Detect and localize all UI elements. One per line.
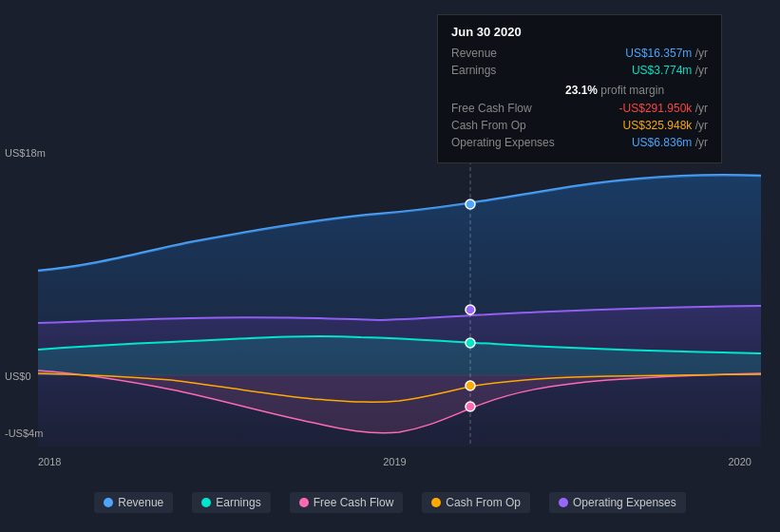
svg-point-6: [466, 338, 475, 348]
y-axis-bottom-label: -US$4m: [5, 428, 43, 439]
tooltip-header: Jun 30 2020: [451, 25, 708, 39]
legend-opexp-label: Operating Expenses: [573, 496, 676, 509]
tooltip-profit-margin: 23.1% profit margin: [565, 84, 664, 97]
tooltip-fcf-row: Free Cash Flow -US$291.950k /yr: [451, 102, 708, 115]
tooltip-opexp-row: Operating Expenses US$6.836m /yr: [451, 136, 708, 149]
legend-opexp-dot: [559, 498, 568, 507]
legend-fcf-label: Free Cash Flow: [314, 496, 394, 509]
x-label-2019: 2019: [383, 456, 406, 467]
x-axis-labels: 2018 2019 2020: [0, 456, 780, 467]
svg-point-4: [466, 200, 475, 209]
tooltip-earnings-label: Earnings: [451, 64, 565, 77]
svg-point-8: [466, 381, 475, 390]
chart-tooltip: Jun 30 2020 Revenue US$16.357m /yr Earni…: [437, 14, 722, 163]
tooltip-fcf-value: -US$291.950k /yr: [619, 102, 708, 115]
legend-revenue-dot: [104, 498, 113, 507]
legend-earnings-dot: [201, 498, 211, 507]
legend-earnings[interactable]: Earnings: [192, 492, 270, 513]
legend-earnings-label: Earnings: [216, 496, 260, 509]
x-label-2020: 2020: [729, 456, 751, 467]
tooltip-opexp-label: Operating Expenses: [451, 136, 565, 149]
tooltip-earnings-value: US$3.774m /yr: [632, 64, 708, 77]
chart-container: US$18m US$0 -US$4m 2018 2019 2020 Jun 30…: [0, 0, 780, 532]
svg-point-5: [466, 305, 475, 314]
tooltip-opexp-value: US$6.836m /yr: [632, 136, 708, 149]
chart-legend: Revenue Earnings Free Cash Flow Cash Fro…: [0, 492, 780, 513]
legend-cashfromop[interactable]: Cash From Op: [422, 492, 530, 513]
tooltip-revenue-value: US$16.357m /yr: [625, 47, 708, 60]
y-axis-top-label: US$18m: [5, 147, 46, 159]
legend-fcf-dot: [299, 498, 309, 507]
legend-opexp[interactable]: Operating Expenses: [549, 492, 686, 513]
tooltip-cashfromop-value: US$325.948k /yr: [623, 119, 708, 132]
svg-point-7: [466, 402, 475, 411]
tooltip-revenue-label: Revenue: [451, 47, 565, 60]
legend-revenue-label: Revenue: [118, 496, 163, 509]
tooltip-fcf-label: Free Cash Flow: [451, 102, 565, 115]
tooltip-cashfromop-row: Cash From Op US$325.948k /yr: [451, 119, 708, 132]
tooltip-cashfromop-label: Cash From Op: [451, 119, 565, 132]
legend-cashfromop-dot: [431, 498, 441, 507]
legend-revenue[interactable]: Revenue: [94, 492, 173, 513]
tooltip-revenue-row: Revenue US$16.357m /yr: [451, 47, 708, 60]
y-axis-zero-label: US$0: [5, 370, 31, 382]
x-label-2018: 2018: [38, 456, 61, 467]
tooltip-earnings-row: Earnings US$3.774m /yr: [451, 64, 708, 77]
legend-cashfromop-label: Cash From Op: [446, 496, 521, 509]
legend-fcf[interactable]: Free Cash Flow: [290, 492, 404, 513]
